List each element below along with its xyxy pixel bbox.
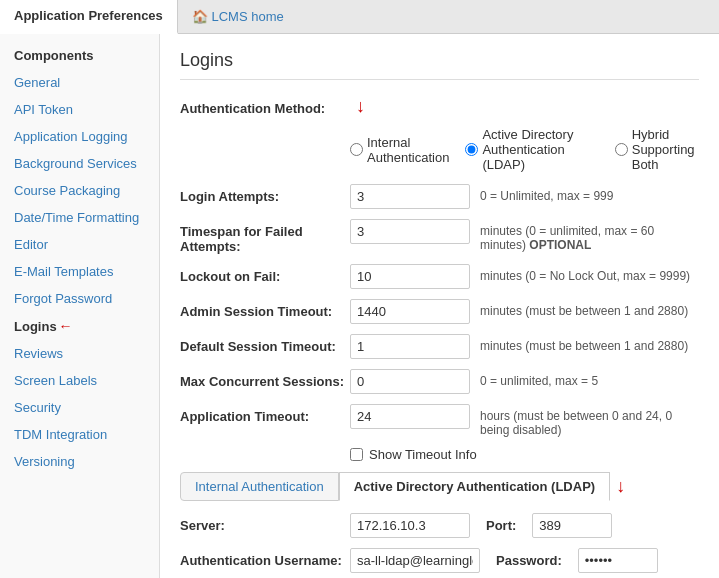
lcms-home-label: LCMS home xyxy=(211,9,283,24)
logins-arrow-icon: ← xyxy=(59,318,73,334)
server-port-row: Server: Port: xyxy=(180,513,699,538)
page-title: Logins xyxy=(180,50,699,80)
app-timeout-input[interactable] xyxy=(350,404,470,429)
admin-session-control: minutes (must be between 1 and 2880) xyxy=(350,299,699,324)
sidebar-item-general[interactable]: General xyxy=(0,69,159,96)
default-session-hint: minutes (must be between 1 and 2880) xyxy=(480,334,688,353)
timespan-input[interactable] xyxy=(350,219,470,244)
auth-option-internal-label: Internal Authentication xyxy=(367,135,449,165)
timespan-row: Timespan for Failed Attempts: minutes (0… xyxy=(180,219,699,254)
admin-session-input[interactable] xyxy=(350,299,470,324)
max-sessions-row: Max Concurrent Sessions: 0 = unlimited, … xyxy=(180,369,699,394)
port-input[interactable] xyxy=(532,513,612,538)
auth-user-pass-row: Authentication Username: Password: xyxy=(180,548,699,573)
server-label: Server: xyxy=(180,513,350,533)
max-sessions-control: 0 = unlimited, max = 5 xyxy=(350,369,699,394)
max-sessions-hint: 0 = unlimited, max = 5 xyxy=(480,369,598,388)
auth-radio-hybrid[interactable] xyxy=(615,143,628,156)
lockout-label: Lockout on Fail: xyxy=(180,264,350,284)
lockout-hint: minutes (0 = No Lock Out, max = 9999) xyxy=(480,264,690,283)
lockout-control: minutes (0 = No Lock Out, max = 9999) xyxy=(350,264,699,289)
sidebar: Components General API Token Application… xyxy=(0,34,160,578)
auth-arrow-icon: ↓ xyxy=(356,96,365,117)
auth-method-label: Authentication Method: xyxy=(180,96,350,116)
sidebar-item-email-templates[interactable]: E-Mail Templates xyxy=(0,258,159,285)
lockout-row: Lockout on Fail: minutes (0 = No Lock Ou… xyxy=(180,264,699,289)
home-icon: 🏠 xyxy=(192,9,208,24)
auth-radio-internal[interactable] xyxy=(350,143,363,156)
sidebar-item-tdm-integration[interactable]: TDM Integration xyxy=(0,421,159,448)
auth-option-ldap[interactable]: Active Directory Authentication (LDAP) xyxy=(465,127,598,172)
auth-options: Internal Authentication Active Directory… xyxy=(350,127,699,172)
port-label: Port: xyxy=(486,518,516,533)
sidebar-item-application-logging[interactable]: Application Logging xyxy=(0,123,159,150)
login-attempts-input[interactable] xyxy=(350,184,470,209)
show-timeout-row: Show Timeout Info xyxy=(350,447,699,462)
auth-method-row: Authentication Method: ↓ xyxy=(180,96,699,117)
password-label: Password: xyxy=(496,553,562,568)
app-timeout-hint: hours (must be between 0 and 24, 0 being… xyxy=(480,404,699,437)
sidebar-item-forgot-password[interactable]: Forgot Password xyxy=(0,285,159,312)
max-sessions-label: Max Concurrent Sessions: xyxy=(180,369,350,389)
app-header: Application Preferences 🏠 LCMS home xyxy=(0,0,719,34)
timespan-hint: minutes (0 = unlimited, max = 60 minutes… xyxy=(480,219,699,252)
login-attempts-control: 0 = Unlimited, max = 999 xyxy=(350,184,699,209)
sidebar-item-versioning[interactable]: Versioning xyxy=(0,448,159,475)
show-timeout-label: Show Timeout Info xyxy=(369,447,477,462)
sidebar-item-logins[interactable]: Logins ← xyxy=(0,312,159,340)
auth-option-ldap-label: Active Directory Authentication (LDAP) xyxy=(482,127,598,172)
app-timeout-row: Application Timeout: hours (must be betw… xyxy=(180,404,699,437)
auth-option-internal[interactable]: Internal Authentication xyxy=(350,135,449,165)
auth-method-section: Authentication Method: ↓ Internal Authen… xyxy=(180,96,699,172)
tab-internal-auth[interactable]: Internal Authentication xyxy=(180,472,339,501)
show-timeout-checkbox[interactable] xyxy=(350,448,363,461)
sidebar-item-background-services[interactable]: Background Services xyxy=(0,150,159,177)
sidebar-item-reviews[interactable]: Reviews xyxy=(0,340,159,367)
default-session-label: Default Session Timeout: xyxy=(180,334,350,354)
auth-username-input[interactable] xyxy=(350,548,480,573)
app-timeout-label: Application Timeout: xyxy=(180,404,350,424)
ldap-section: Server: Port: Authentication Username: P… xyxy=(180,513,699,578)
auth-username-label: Authentication Username: xyxy=(180,548,350,568)
admin-session-label: Admin Session Timeout: xyxy=(180,299,350,319)
tab-ldap-auth[interactable]: Active Directory Authentication (LDAP) xyxy=(339,472,611,501)
app-title: Application Preferences xyxy=(0,0,178,34)
sidebar-item-screen-labels[interactable]: Screen Labels xyxy=(0,367,159,394)
admin-session-hint: minutes (must be between 1 and 2880) xyxy=(480,299,688,318)
lcms-home-tab[interactable]: 🏠 LCMS home xyxy=(178,0,298,34)
sidebar-item-editor[interactable]: Editor xyxy=(0,231,159,258)
login-attempts-hint: 0 = Unlimited, max = 999 xyxy=(480,184,613,203)
auth-option-hybrid-label: Hybrid Supporting Both xyxy=(632,127,699,172)
admin-session-row: Admin Session Timeout: minutes (must be … xyxy=(180,299,699,324)
timespan-control: minutes (0 = unlimited, max = 60 minutes… xyxy=(350,219,699,252)
app-timeout-control: hours (must be between 0 and 24, 0 being… xyxy=(350,404,699,437)
timespan-label: Timespan for Failed Attempts: xyxy=(180,219,350,254)
sidebar-item-datetime-formatting[interactable]: Date/Time Formatting xyxy=(0,204,159,231)
login-attempts-row: Login Attempts: 0 = Unlimited, max = 999 xyxy=(180,184,699,209)
server-control: Port: xyxy=(350,513,699,538)
login-attempts-label: Login Attempts: xyxy=(180,184,350,204)
tab-arrow-icon: ↓ xyxy=(616,476,625,497)
auth-user-control: Password: xyxy=(350,548,699,573)
sidebar-item-security[interactable]: Security xyxy=(0,394,159,421)
auth-option-hybrid[interactable]: Hybrid Supporting Both xyxy=(615,127,699,172)
password-input[interactable] xyxy=(578,548,658,573)
lockout-input[interactable] xyxy=(350,264,470,289)
main-content: Logins Authentication Method: ↓ Internal… xyxy=(160,34,719,578)
sidebar-item-api-token[interactable]: API Token xyxy=(0,96,159,123)
default-session-row: Default Session Timeout: minutes (must b… xyxy=(180,334,699,359)
default-session-input[interactable] xyxy=(350,334,470,359)
main-layout: Components General API Token Application… xyxy=(0,34,719,578)
default-session-control: minutes (must be between 1 and 2880) xyxy=(350,334,699,359)
sidebar-item-course-packaging[interactable]: Course Packaging xyxy=(0,177,159,204)
sidebar-section-title: Components xyxy=(0,44,159,69)
auth-tabs: Internal Authentication Active Directory… xyxy=(180,472,699,501)
auth-radio-ldap[interactable] xyxy=(465,143,478,156)
max-sessions-input[interactable] xyxy=(350,369,470,394)
server-input[interactable] xyxy=(350,513,470,538)
